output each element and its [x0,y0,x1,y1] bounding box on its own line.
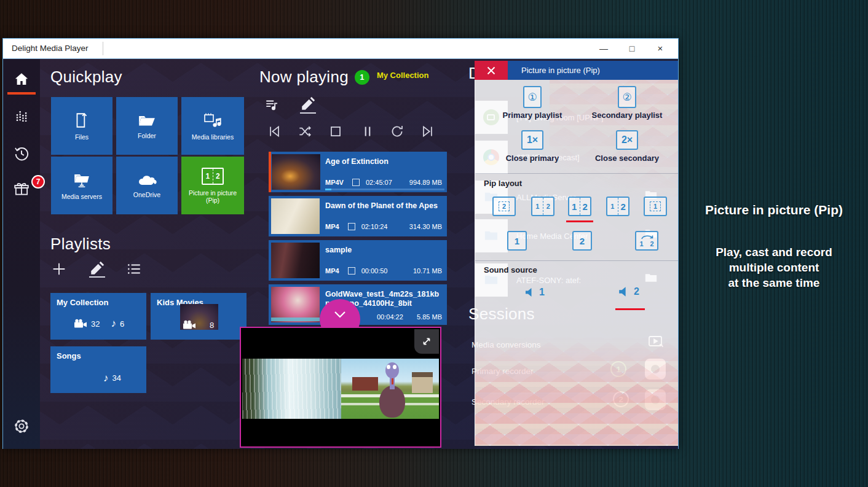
layout-glyph: 1 [508,232,526,249]
quickplay-tile-media-servers[interactable]: Media servers [51,157,112,214]
sound-source-1-number: 1 [539,287,545,298]
close-secondary-label[interactable]: Close secondary [584,154,670,163]
sound-source-1-button[interactable]: 1 [524,286,545,298]
pause-button[interactable] [360,123,376,139]
pip-1-2-icon: 1 2 [202,168,224,185]
media-item-sample[interactable]: sample MP4 00:00:50 10.71 MB [269,240,447,281]
pip-layout-option-1[interactable]: 2 [492,197,516,216]
sidebar-item-settings[interactable] [3,413,40,440]
close-primary-glyph: 1× [527,134,538,146]
close-secondary-icon[interactable]: 2× [616,130,638,150]
playlist-tile-my-collection[interactable]: My Collection 32 ♪ 6 [50,293,146,340]
panel-close-button[interactable] [475,61,508,80]
pip-layout-option-5[interactable]: 1 [644,197,667,216]
shuffle-button[interactable] [297,123,313,139]
playlist-list-button[interactable] [126,262,142,276]
queue-button[interactable] [264,97,280,113]
quickplay-tile-files[interactable]: Files [51,97,112,155]
tile-label: Media libraries [189,133,236,141]
playlist-tile-songs[interactable]: Songs ♪ 34 [50,346,146,393]
close-primary-icon[interactable]: 1× [521,130,543,150]
layout-glyph: 2 [618,198,629,215]
layout-glyph: 2 [574,232,591,249]
expand-preview-button[interactable] [414,329,439,354]
media-server-icon [73,171,91,189]
titlebar-separator [103,42,103,55]
edit-queue-button[interactable] [300,96,316,112]
sidebar: 7 [3,59,40,449]
sidebar-item-equalizer[interactable] [3,103,40,130]
gift-badge: 7 [31,175,45,189]
panel-title: Picture in picture (Pip) [508,61,678,80]
active-playlist-name[interactable]: My Collection [377,71,429,80]
quickplay-tile-onedrive[interactable]: OneDrive [116,157,178,214]
repeat-icon [389,123,405,139]
media-duration: 02:45:07 [366,179,392,186]
primary-playlist-label[interactable]: Primary playlist [489,111,575,120]
quickplay-tile-media-libraries[interactable]: Media libraries [181,97,244,155]
tile-label: Picture in picture (Pip) [181,189,244,204]
media-item-dawn-of-the-planet[interactable]: Dawn of the Planet of the Apes MP4 02:10… [269,196,447,236]
sidebar-item-gifts[interactable]: 7 [3,176,40,203]
add-playlist-button[interactable] [50,260,68,278]
playlist-name: My Collection [57,298,109,307]
layout-glyph: 1 [532,198,543,215]
sound-source-2-button[interactable]: 2 [618,285,639,298]
media-checkbox[interactable] [352,179,360,186]
speaker-icon [524,286,537,298]
maximize-button[interactable]: □ [618,39,646,58]
music-note-icon: ♪ [111,319,116,328]
now-playing-badge: 1 [355,70,369,85]
sidebar-item-home[interactable] [3,66,40,93]
playlist-tile-kids-movies[interactable]: Kids Movies 8 [151,293,247,340]
window-title: Delight Media Player [12,39,89,58]
media-checkbox[interactable] [348,267,355,275]
pip-layout-option-2[interactable]: 1 2 [531,197,554,216]
layout-glyph: 2 [543,198,554,215]
show-primary-only-button[interactable]: 1 [507,231,527,251]
show-secondary-only-button[interactable]: 2 [572,231,592,251]
minimize-button[interactable]: — [590,39,618,58]
media-format: MP4V [325,179,344,186]
repeat-button[interactable] [389,123,405,139]
close-primary-label[interactable]: Close primary [489,154,575,163]
shuffle-icon [297,123,313,139]
media-size: 314.30 MB [409,223,442,230]
panel-divider [475,260,678,261]
sidebar-item-history[interactable] [3,140,40,167]
promo-line-2: multiple content [680,260,868,275]
media-checkbox[interactable] [348,223,355,230]
pencil-underline [89,276,105,278]
close-button[interactable]: × [646,39,674,58]
layout-glyph: 1 [569,198,580,215]
skip-next-icon [420,123,436,139]
progress-track [325,189,444,190]
primary-playlist-icon[interactable]: ① [523,86,542,108]
previous-button[interactable] [266,123,282,139]
next-button[interactable] [420,123,436,139]
expand-icon [420,335,433,348]
progress-fill [325,189,331,190]
title-bar: Delight Media Player — □ × [3,39,678,59]
pip-layout-option-3-selected[interactable]: 1 2 [568,197,591,216]
pip-layout-option-4[interactable]: 1 2 [606,197,629,216]
media-duration: 00:04:22 [377,313,403,321]
quickplay-tile-pip[interactable]: 1 2 Picture in picture (Pip) [181,157,244,214]
pencil-icon [300,96,316,112]
panel-mosaic-bottom [475,337,678,446]
secondary-playlist-label[interactable]: Secondary playlist [584,111,670,120]
tile-label: Folder [135,132,159,139]
layout-glyph: 1 [607,198,618,215]
pencil-underline [300,112,316,114]
edit-playlist-button[interactable] [89,260,105,276]
secondary-playlist-icon[interactable]: ② [618,86,636,108]
pip-layout-label: Pip layout [484,179,522,188]
sound-source-2-number: 2 [634,286,639,297]
secondary-video-frame [341,359,439,419]
gift-icon: 7 [13,181,30,198]
pip-video-preview[interactable] [240,327,441,448]
quickplay-tile-folder[interactable]: Folder [116,97,178,155]
swap-1-2-button[interactable]: 1 2 [635,231,658,251]
stop-button[interactable] [328,123,344,139]
media-item-age-of-extinction[interactable]: Age of Extinction MP4V 02:45:07 994.89 M… [269,152,447,192]
